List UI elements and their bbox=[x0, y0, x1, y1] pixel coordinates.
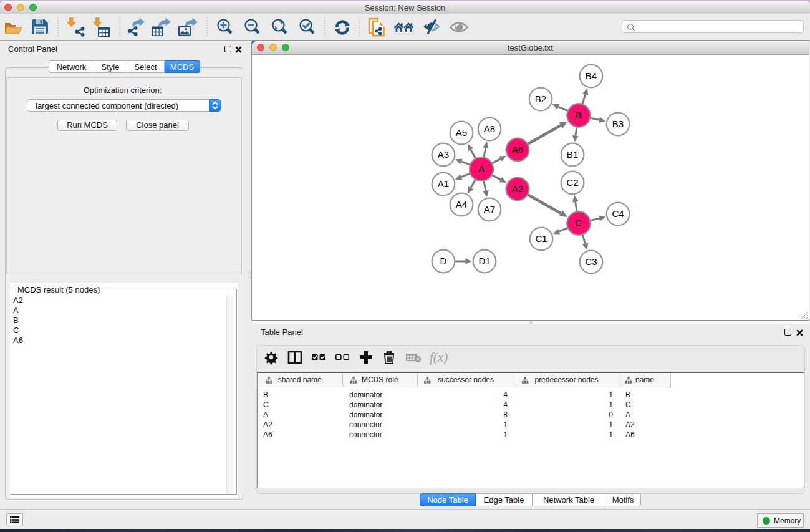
svg-text:A6: A6 bbox=[512, 144, 523, 155]
svg-text:B1: B1 bbox=[567, 149, 578, 160]
svg-text:A1: A1 bbox=[438, 178, 449, 189]
svg-text:A4: A4 bbox=[456, 199, 467, 210]
svg-text:B3: B3 bbox=[612, 118, 624, 129]
svg-text:C1: C1 bbox=[535, 233, 547, 244]
svg-text:C2: C2 bbox=[566, 177, 578, 188]
svg-text:A7: A7 bbox=[484, 204, 495, 215]
svg-text:D: D bbox=[440, 256, 447, 266]
svg-text:C3: C3 bbox=[585, 256, 597, 267]
svg-text:C: C bbox=[576, 218, 582, 228]
svg-text:A5: A5 bbox=[456, 127, 467, 138]
svg-text:B4: B4 bbox=[586, 70, 597, 81]
svg-text:A: A bbox=[478, 163, 485, 174]
svg-text:C4: C4 bbox=[612, 208, 624, 219]
svg-text:A2: A2 bbox=[512, 183, 523, 194]
svg-text:D1: D1 bbox=[478, 256, 490, 266]
svg-text:f(x): f(x) bbox=[430, 350, 448, 365]
svg-text:A3: A3 bbox=[438, 149, 449, 160]
svg-text:B2: B2 bbox=[535, 94, 546, 104]
svg-text:B: B bbox=[576, 110, 582, 120]
svg-text:A8: A8 bbox=[484, 123, 495, 134]
